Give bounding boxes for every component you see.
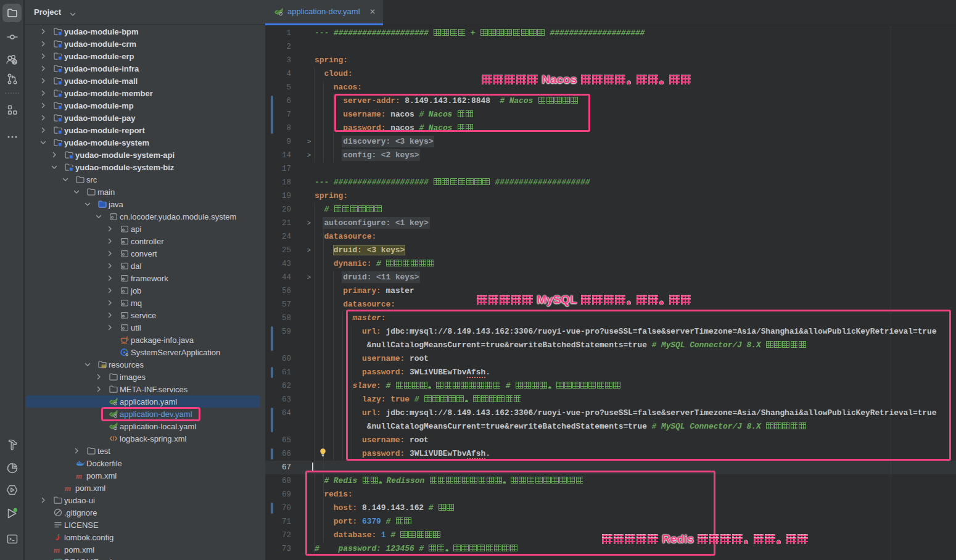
svg-text:?: ? xyxy=(14,59,17,65)
svg-text:m: m xyxy=(54,545,60,554)
svg-text:m: m xyxy=(76,471,82,480)
svg-text:m: m xyxy=(65,484,71,493)
